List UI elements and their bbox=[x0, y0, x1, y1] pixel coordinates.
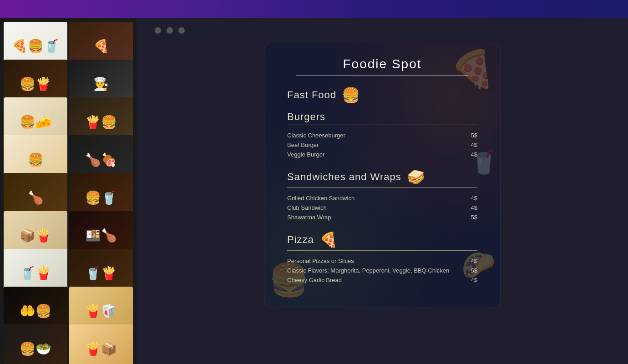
section-items-burgers: Classic Cheeseburger5$Beef Burger4$Veggi… bbox=[287, 131, 477, 159]
menu-item-row: Classic Cheeseburger5$ bbox=[287, 131, 477, 140]
menu-item-price: 4$ bbox=[464, 195, 477, 202]
section-divider-burgers bbox=[287, 125, 477, 125]
category-header: Fast Food 🍔 bbox=[287, 86, 477, 104]
main-layout: 🍕🍔🥤🍕🍔🍟👨‍🍳🍔🧀🍟🍔🍔🍗🍖🍗🍔🥤📦🍟🍱🍗🥤🍟🥤🍟🤲🍔🍟🥡🍔🥗🍟📦 🍕 🍔 … bbox=[0, 18, 628, 364]
thumbnail-17[interactable]: 🍔🥗 bbox=[4, 324, 67, 364]
section-items-sandwiches: Grilled Chicken Sandwich4$Club Sandwich4… bbox=[287, 193, 477, 222]
menu-item-name: Grilled Chicken Sandwich bbox=[287, 195, 355, 202]
menu-item-row: Cheesy Garlic Bread4$ bbox=[287, 275, 477, 285]
section-icon-pizza: 🍕 bbox=[319, 231, 338, 248]
thumbnail-img-17: 🍔🥗 bbox=[4, 324, 67, 364]
sidebar: 🍕🍔🥤🍕🍔🍟👨‍🍳🍔🧀🍟🍔🍔🍗🍖🍗🍔🥤📦🍟🍱🍗🥤🍟🥤🍟🤲🍔🍟🥡🍔🥗🍟📦 bbox=[0, 18, 137, 364]
section-sandwiches: Sandwiches and Wraps🥪Grilled Chicken San… bbox=[287, 168, 477, 222]
category-label: Fast Food bbox=[287, 89, 336, 101]
section-burgers: BurgersClassic Cheeseburger5$Beef Burger… bbox=[287, 111, 477, 159]
menu-item-name: Club Sandwich bbox=[287, 204, 327, 211]
menu-item-price: 4$ bbox=[464, 258, 477, 264]
title-divider bbox=[296, 75, 468, 76]
menu-item-price: 4$ bbox=[464, 142, 477, 148]
menu-item-price: 4$ bbox=[464, 204, 477, 211]
menu-item-name: Classic Cheeseburger bbox=[287, 132, 345, 139]
menu-item-name: Personal Pizzas or Slices bbox=[287, 258, 354, 264]
thumbnail-img-18: 🍟📦 bbox=[69, 324, 133, 364]
menu-item-name: Beef Burger bbox=[287, 142, 319, 148]
menu-item-price: 5$ bbox=[464, 214, 477, 221]
section-items-pizza: Personal Pizzas or Slices4$Classic Flavo… bbox=[287, 256, 477, 285]
menu-item-name: Classic Flavors: Margherita, Pepperoni, … bbox=[287, 267, 449, 274]
menu-item-row: Beef Burger4$ bbox=[287, 140, 477, 150]
window-controls bbox=[155, 27, 610, 34]
section-title-sandwiches: Sandwiches and Wraps bbox=[287, 171, 401, 183]
category-icon: 🍔 bbox=[342, 86, 360, 104]
menu-sections: BurgersClassic Cheeseburger5$Beef Burger… bbox=[287, 111, 477, 285]
section-divider-pizza bbox=[287, 250, 477, 251]
menu-item-price: 5$ bbox=[464, 267, 477, 274]
menu-item-name: Cheesy Garlic Bread bbox=[287, 277, 342, 283]
menu-item-name: Veggie Burger bbox=[287, 151, 324, 158]
section-title-pizza: Pizza bbox=[287, 234, 314, 246]
menu-card: 🍕 🍔 🥤 🌮 Foodie Spot Fast Food 🍔 BurgersC… bbox=[264, 43, 501, 308]
thumbnail-18[interactable]: 🍟📦 bbox=[69, 324, 133, 364]
top-bar bbox=[0, 0, 628, 18]
window-dot-3[interactable] bbox=[178, 27, 185, 34]
restaurant-title: Foodie Spot bbox=[287, 57, 477, 71]
menu-item-row: Shawarma Wrap5$ bbox=[287, 212, 477, 222]
section-title-burgers: Burgers bbox=[287, 111, 325, 123]
menu-item-name: Shawarma Wrap bbox=[287, 214, 331, 221]
section-icon-sandwiches: 🥪 bbox=[407, 168, 425, 186]
menu-item-row: Grilled Chicken Sandwich4$ bbox=[287, 193, 477, 203]
menu-item-row: Veggie Burger4$ bbox=[287, 150, 477, 159]
menu-item-price: 4$ bbox=[464, 277, 477, 283]
window-dot-1[interactable] bbox=[155, 27, 161, 34]
menu-item-row: Personal Pizzas or Slices4$ bbox=[287, 256, 477, 266]
content-area: 🍕 🍔 🥤 🌮 Foodie Spot Fast Food 🍔 BurgersC… bbox=[137, 18, 628, 364]
section-header-sandwiches: Sandwiches and Wraps🥪 bbox=[287, 168, 477, 186]
section-header-pizza: Pizza🍕 bbox=[287, 231, 477, 248]
menu-item-price: 4$ bbox=[464, 151, 477, 158]
window-dot-2[interactable] bbox=[167, 27, 173, 34]
menu-item-row: Club Sandwich4$ bbox=[287, 203, 477, 212]
menu-item-price: 5$ bbox=[464, 132, 477, 139]
section-pizza: Pizza🍕Personal Pizzas or Slices4$Classic… bbox=[287, 231, 477, 285]
section-header-burgers: Burgers bbox=[287, 111, 477, 123]
section-divider-sandwiches bbox=[287, 187, 477, 188]
menu-item-row: Classic Flavors: Margherita, Pepperoni, … bbox=[287, 266, 477, 275]
